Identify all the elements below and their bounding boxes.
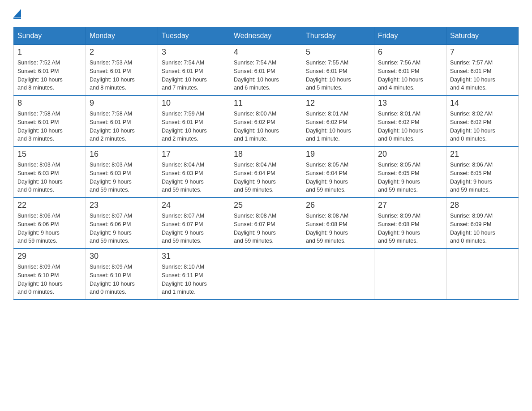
calendar-day-cell: 13 Sunrise: 8:01 AMSunset: 6:02 PMDaylig… <box>374 95 446 146</box>
calendar-day-cell: 11 Sunrise: 8:00 AMSunset: 6:02 PMDaylig… <box>230 95 302 146</box>
day-info: Sunrise: 8:01 AMSunset: 6:02 PMDaylight:… <box>378 110 442 143</box>
day-number: 1 <box>17 47 82 57</box>
day-number: 28 <box>450 201 515 210</box>
calendar-day-cell: 22 Sunrise: 8:06 AMSunset: 6:06 PMDaylig… <box>14 197 86 248</box>
day-info: Sunrise: 7:56 AMSunset: 6:01 PMDaylight:… <box>378 59 442 92</box>
calendar-day-cell <box>230 248 302 300</box>
calendar-week-row: 1 Sunrise: 7:52 AMSunset: 6:01 PMDayligh… <box>14 45 519 96</box>
day-info: Sunrise: 8:06 AMSunset: 6:06 PMDaylight:… <box>17 212 82 245</box>
day-info: Sunrise: 8:09 AMSunset: 6:10 PMDaylight:… <box>90 263 154 296</box>
day-info: Sunrise: 8:06 AMSunset: 6:05 PMDaylight:… <box>450 161 515 194</box>
day-number: 19 <box>306 150 370 159</box>
day-info: Sunrise: 7:58 AMSunset: 6:01 PMDaylight:… <box>17 110 82 143</box>
calendar-day-cell: 27 Sunrise: 8:09 AMSunset: 6:08 PMDaylig… <box>374 197 446 248</box>
day-info: Sunrise: 7:53 AMSunset: 6:01 PMDaylight:… <box>90 59 154 92</box>
day-number: 27 <box>378 201 442 210</box>
calendar-day-cell: 12 Sunrise: 8:01 AMSunset: 6:02 PMDaylig… <box>302 95 374 146</box>
day-info: Sunrise: 7:55 AMSunset: 6:01 PMDaylight:… <box>306 59 370 92</box>
day-info: Sunrise: 8:01 AMSunset: 6:02 PMDaylight:… <box>306 110 370 143</box>
day-info: Sunrise: 8:05 AMSunset: 6:05 PMDaylight:… <box>378 161 442 194</box>
day-number: 10 <box>162 98 226 108</box>
day-of-week-header: Tuesday <box>158 27 230 45</box>
day-info: Sunrise: 8:03 AMSunset: 6:03 PMDaylight:… <box>90 161 154 194</box>
calendar-day-cell: 5 Sunrise: 7:55 AMSunset: 6:01 PMDayligh… <box>302 45 374 96</box>
calendar-week-row: 29 Sunrise: 8:09 AMSunset: 6:10 PMDaylig… <box>14 248 519 300</box>
calendar-day-cell: 20 Sunrise: 8:05 AMSunset: 6:05 PMDaylig… <box>374 146 446 197</box>
calendar-day-cell: 7 Sunrise: 7:57 AMSunset: 6:01 PMDayligh… <box>446 45 519 96</box>
page-header <box>13 9 519 18</box>
day-info: Sunrise: 8:04 AMSunset: 6:03 PMDaylight:… <box>162 161 226 194</box>
day-info: Sunrise: 8:04 AMSunset: 6:04 PMDaylight:… <box>234 161 298 194</box>
day-info: Sunrise: 7:57 AMSunset: 6:01 PMDaylight:… <box>450 59 515 92</box>
day-number: 8 <box>17 98 82 108</box>
calendar-day-cell: 29 Sunrise: 8:09 AMSunset: 6:10 PMDaylig… <box>14 248 86 300</box>
day-number: 21 <box>450 150 515 159</box>
day-number: 15 <box>17 150 82 159</box>
calendar-day-cell: 16 Sunrise: 8:03 AMSunset: 6:03 PMDaylig… <box>86 146 158 197</box>
calendar-week-row: 15 Sunrise: 8:03 AMSunset: 6:03 PMDaylig… <box>14 146 519 197</box>
day-number: 25 <box>234 201 298 210</box>
day-of-week-header: Wednesday <box>230 27 302 45</box>
day-number: 11 <box>234 98 298 108</box>
calendar-day-cell <box>374 248 446 300</box>
calendar-day-cell: 24 Sunrise: 8:07 AMSunset: 6:07 PMDaylig… <box>158 197 230 248</box>
calendar-day-cell: 30 Sunrise: 8:09 AMSunset: 6:10 PMDaylig… <box>86 248 158 300</box>
day-info: Sunrise: 7:58 AMSunset: 6:01 PMDaylight:… <box>90 110 154 143</box>
day-of-week-header: Sunday <box>14 27 86 45</box>
day-number: 23 <box>90 201 154 210</box>
calendar-day-cell: 21 Sunrise: 8:06 AMSunset: 6:05 PMDaylig… <box>446 146 519 197</box>
day-number: 12 <box>306 98 370 108</box>
day-info: Sunrise: 8:09 AMSunset: 6:10 PMDaylight:… <box>17 263 82 296</box>
calendar-day-cell: 14 Sunrise: 8:02 AMSunset: 6:02 PMDaylig… <box>446 95 519 146</box>
calendar-day-cell: 23 Sunrise: 8:07 AMSunset: 6:06 PMDaylig… <box>86 197 158 248</box>
calendar-day-cell: 3 Sunrise: 7:54 AMSunset: 6:01 PMDayligh… <box>158 45 230 96</box>
day-of-week-header: Monday <box>86 27 158 45</box>
day-of-week-header: Friday <box>374 27 446 45</box>
day-number: 13 <box>378 98 442 108</box>
calendar-day-cell: 8 Sunrise: 7:58 AMSunset: 6:01 PMDayligh… <box>14 95 86 146</box>
calendar-day-cell: 28 Sunrise: 8:09 AMSunset: 6:09 PMDaylig… <box>446 197 519 248</box>
day-info: Sunrise: 8:10 AMSunset: 6:11 PMDaylight:… <box>162 263 226 296</box>
day-info: Sunrise: 7:59 AMSunset: 6:01 PMDaylight:… <box>162 110 226 143</box>
day-info: Sunrise: 8:08 AMSunset: 6:07 PMDaylight:… <box>234 212 298 245</box>
day-info: Sunrise: 8:00 AMSunset: 6:02 PMDaylight:… <box>234 110 298 143</box>
day-info: Sunrise: 7:52 AMSunset: 6:01 PMDaylight:… <box>17 59 82 92</box>
calendar-day-cell: 6 Sunrise: 7:56 AMSunset: 6:01 PMDayligh… <box>374 45 446 96</box>
day-info: Sunrise: 8:08 AMSunset: 6:08 PMDaylight:… <box>306 212 370 245</box>
day-of-week-header: Saturday <box>446 27 519 45</box>
calendar-day-cell: 19 Sunrise: 8:05 AMSunset: 6:04 PMDaylig… <box>302 146 374 197</box>
day-number: 7 <box>450 47 515 57</box>
calendar-week-row: 22 Sunrise: 8:06 AMSunset: 6:06 PMDaylig… <box>14 197 519 248</box>
calendar-day-cell: 31 Sunrise: 8:10 AMSunset: 6:11 PMDaylig… <box>158 248 230 300</box>
calendar-day-cell: 4 Sunrise: 7:54 AMSunset: 6:01 PMDayligh… <box>230 45 302 96</box>
calendar-day-cell: 18 Sunrise: 8:04 AMSunset: 6:04 PMDaylig… <box>230 146 302 197</box>
day-number: 26 <box>306 201 370 210</box>
day-number: 31 <box>162 252 226 261</box>
calendar-day-cell: 17 Sunrise: 8:04 AMSunset: 6:03 PMDaylig… <box>158 146 230 197</box>
day-info: Sunrise: 8:07 AMSunset: 6:07 PMDaylight:… <box>162 212 226 245</box>
day-number: 17 <box>162 150 226 159</box>
calendar-table: SundayMondayTuesdayWednesdayThursdayFrid… <box>13 27 519 300</box>
calendar-day-cell: 25 Sunrise: 8:08 AMSunset: 6:07 PMDaylig… <box>230 197 302 248</box>
calendar-day-cell: 10 Sunrise: 7:59 AMSunset: 6:01 PMDaylig… <box>158 95 230 146</box>
day-number: 3 <box>162 47 226 57</box>
day-info: Sunrise: 8:05 AMSunset: 6:04 PMDaylight:… <box>306 161 370 194</box>
calendar-day-cell: 1 Sunrise: 7:52 AMSunset: 6:01 PMDayligh… <box>14 45 86 96</box>
calendar-day-cell: 26 Sunrise: 8:08 AMSunset: 6:08 PMDaylig… <box>302 197 374 248</box>
calendar-day-cell: 9 Sunrise: 7:58 AMSunset: 6:01 PMDayligh… <box>86 95 158 146</box>
day-info: Sunrise: 8:09 AMSunset: 6:09 PMDaylight:… <box>450 212 515 245</box>
day-number: 6 <box>378 47 442 57</box>
day-number: 9 <box>90 98 154 108</box>
calendar-header-row: SundayMondayTuesdayWednesdayThursdayFrid… <box>14 27 519 45</box>
day-info: Sunrise: 8:03 AMSunset: 6:03 PMDaylight:… <box>17 161 82 194</box>
day-info: Sunrise: 7:54 AMSunset: 6:01 PMDaylight:… <box>234 59 298 92</box>
day-number: 29 <box>17 252 82 261</box>
calendar-day-cell: 15 Sunrise: 8:03 AMSunset: 6:03 PMDaylig… <box>14 146 86 197</box>
day-info: Sunrise: 8:09 AMSunset: 6:08 PMDaylight:… <box>378 212 442 245</box>
day-info: Sunrise: 8:07 AMSunset: 6:06 PMDaylight:… <box>90 212 154 245</box>
calendar-day-cell: 2 Sunrise: 7:53 AMSunset: 6:01 PMDayligh… <box>86 45 158 96</box>
day-number: 24 <box>162 201 226 210</box>
calendar-day-cell <box>302 248 374 300</box>
logo <box>13 9 21 18</box>
day-number: 14 <box>450 98 515 108</box>
